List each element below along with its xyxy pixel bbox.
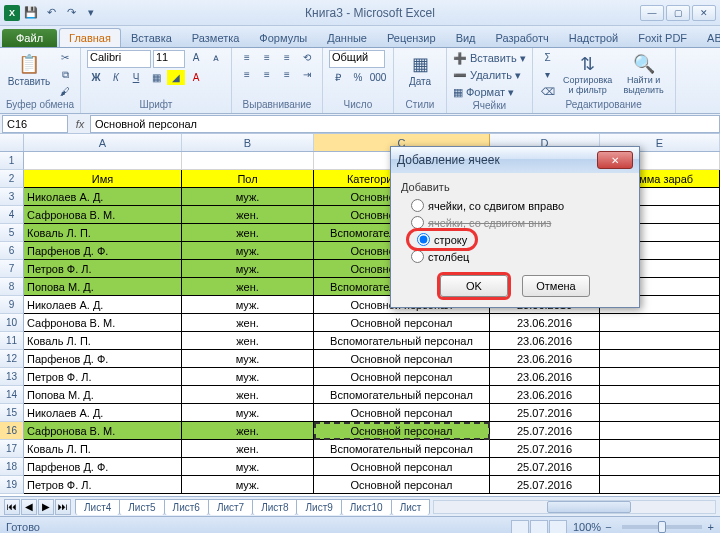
cell[interactable]: Основной персонал [314,350,490,368]
dialog-titlebar[interactable]: Добавление ячеек ✕ [391,147,639,173]
cell[interactable]: 25.07.2016 [490,440,600,458]
align-top-icon[interactable]: ≡ [238,50,256,65]
maximize-button[interactable]: ▢ [666,5,690,21]
cell[interactable]: муж. [182,476,314,494]
sheet-tab[interactable]: Лист5 [119,499,164,515]
italic-button[interactable]: К [107,70,125,85]
radio-input[interactable] [411,250,424,263]
radio-option-3[interactable]: столбец [401,248,629,265]
clear-icon[interactable]: ⌫ [539,84,557,99]
comma-icon[interactable]: 000 [369,70,387,85]
page-layout-view-button[interactable] [530,520,548,534]
cell[interactable]: Основной персонал [314,422,490,440]
sheet-tab[interactable]: Лист6 [164,499,209,515]
orientation-icon[interactable]: ⟲ [298,50,316,65]
radio-option-0[interactable]: ячейки, со сдвигом вправо [401,197,629,214]
row-header[interactable]: 4 [0,206,24,224]
row-header[interactable]: 12 [0,350,24,368]
horizontal-scrollbar[interactable] [433,500,716,514]
cell[interactable]: муж. [182,368,314,386]
minimize-button[interactable]: — [640,5,664,21]
sheet-tab[interactable]: Лист [391,499,431,515]
sort-filter-button[interactable]: ⇅ Сортировка и фильтр [561,50,615,96]
zoom-thumb[interactable] [658,521,666,533]
radio-option-1[interactable]: ячейки, со сдвигом вниз [401,214,629,231]
cell[interactable] [182,152,314,170]
cell[interactable]: Парфенов Д. Ф. [24,458,182,476]
cell[interactable] [24,152,182,170]
cell[interactable] [600,458,720,476]
decrease-font-icon[interactable]: ᴀ [207,50,225,65]
sheet-tab[interactable]: Лист7 [208,499,253,515]
cell[interactable]: Петров Ф. Л. [24,368,182,386]
ribbon-tab-9[interactable]: Foxit PDF [628,28,697,47]
sheet-next-icon[interactable]: ▶ [38,499,54,515]
ribbon-tab-2[interactable]: Разметка [182,28,250,47]
zoom-in-button[interactable]: + [708,521,714,533]
delete-cells-button[interactable]: ➖Удалить▾ [453,67,526,83]
row-header[interactable]: 6 [0,242,24,260]
row-header[interactable]: 18 [0,458,24,476]
cell[interactable]: 23.06.2016 [490,368,600,386]
cell[interactable]: Попова М. Д. [24,278,182,296]
row-header[interactable]: 15 [0,404,24,422]
sheet-last-icon[interactable]: ⏭ [55,499,71,515]
cell[interactable]: Николаев А. Д. [24,188,182,206]
dialog-cancel-button[interactable]: Отмена [522,275,590,297]
row-header[interactable]: 17 [0,440,24,458]
ribbon-tab-6[interactable]: Вид [446,28,486,47]
cell[interactable]: муж. [182,404,314,422]
autosum-icon[interactable]: Σ [539,50,557,65]
cell[interactable]: Петров Ф. Л. [24,476,182,494]
cell[interactable] [600,350,720,368]
cell[interactable] [600,332,720,350]
cell[interactable]: муж. [182,260,314,278]
bold-button[interactable]: Ж [87,70,105,85]
cell[interactable]: Николаев А. Д. [24,404,182,422]
cell[interactable]: 25.07.2016 [490,422,600,440]
undo-button[interactable]: ↶ [42,4,60,22]
dialog-close-button[interactable]: ✕ [597,151,633,169]
cell[interactable]: муж. [182,296,314,314]
cell[interactable]: жен. [182,422,314,440]
col-header-b[interactable]: B [182,134,314,151]
align-bottom-icon[interactable]: ≡ [278,50,296,65]
cell[interactable]: муж. [182,188,314,206]
cell[interactable] [600,422,720,440]
cell[interactable]: Коваль Л. П. [24,332,182,350]
header-cell[interactable]: Имя [24,170,182,188]
row-header[interactable]: 11 [0,332,24,350]
close-button[interactable]: ✕ [692,5,716,21]
cell[interactable]: Основной персонал [314,314,490,332]
cell[interactable]: Коваль Л. П. [24,224,182,242]
row-header[interactable]: 19 [0,476,24,494]
cell[interactable]: 23.06.2016 [490,386,600,404]
ribbon-tab-7[interactable]: Разработч [486,28,559,47]
row-header[interactable]: 9 [0,296,24,314]
align-right-icon[interactable]: ≡ [278,67,296,82]
radio-option-2[interactable]: строку [409,231,475,248]
insert-cells-button[interactable]: ➕Вставить▾ [453,50,526,66]
cell[interactable]: 23.06.2016 [490,332,600,350]
increase-font-icon[interactable]: A [187,50,205,65]
sheet-tab[interactable]: Лист9 [296,499,341,515]
align-middle-icon[interactable]: ≡ [258,50,276,65]
paste-button[interactable]: 📋 Вставить [6,50,52,87]
cell[interactable]: Основной персонал [314,458,490,476]
cell[interactable]: Петров Ф. Л. [24,260,182,278]
ribbon-tab-1[interactable]: Вставка [121,28,182,47]
cell[interactable]: 25.07.2016 [490,404,600,422]
row-header[interactable]: 14 [0,386,24,404]
row-header[interactable]: 1 [0,152,24,170]
cell[interactable]: 25.07.2016 [490,476,600,494]
cell[interactable] [600,440,720,458]
ribbon-tab-5[interactable]: Рецензир [377,28,446,47]
zoom-out-button[interactable]: − [605,521,611,533]
cell[interactable] [600,404,720,422]
copy-icon[interactable]: ⧉ [56,67,74,82]
cell[interactable]: жен. [182,332,314,350]
format-cells-button[interactable]: ▦Формат▾ [453,84,526,100]
sheet-prev-icon[interactable]: ◀ [21,499,37,515]
ribbon-tab-3[interactable]: Формулы [249,28,317,47]
save-button[interactable]: 💾 [22,4,40,22]
